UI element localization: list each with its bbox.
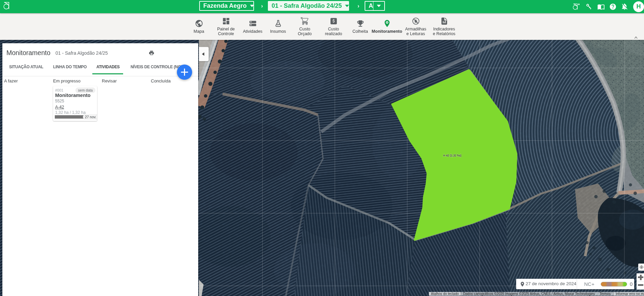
svg-text:A-42 (1,32 ha): A-42 (1,32 ha) [443, 154, 461, 157]
